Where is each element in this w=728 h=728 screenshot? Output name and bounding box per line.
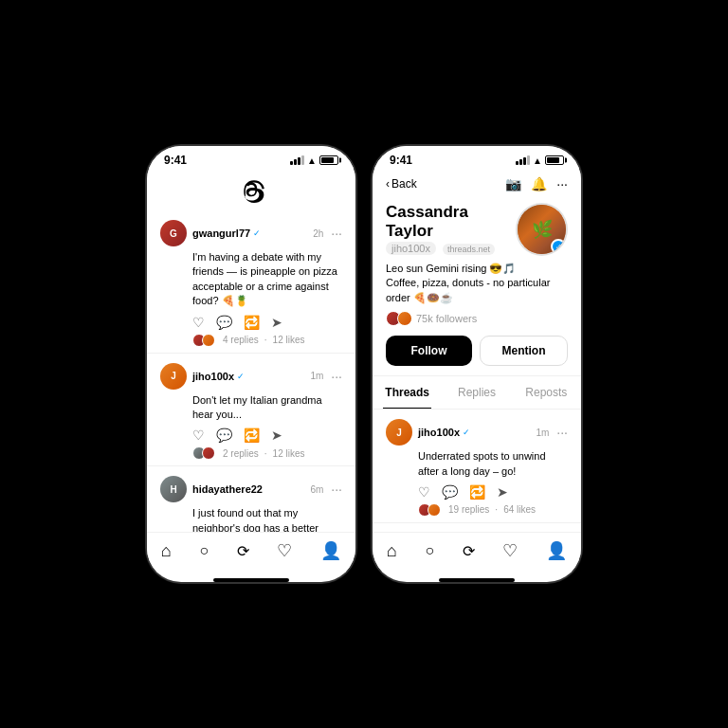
like-button[interactable]: ♡ (192, 315, 205, 330)
post-content: Underrated spots to unwind after a long … (386, 449, 568, 479)
back-button[interactable]: ‹ Back (386, 177, 417, 191)
status-time-2: 9:41 (390, 154, 412, 167)
share-button[interactable]: ➤ (271, 315, 282, 330)
more-button[interactable]: ··· (331, 226, 342, 241)
nav-likes[interactable]: ♡ (277, 540, 292, 561)
share-button[interactable]: ➤ (497, 484, 508, 500)
status-bar-2: 9:41 ▲ (373, 146, 581, 171)
battery-icon (319, 155, 338, 165)
like-count: 12 likes (273, 448, 305, 459)
post-time: 2h (313, 228, 323, 239)
post-time: 6m (310, 484, 323, 495)
follower-count: 75k followers (416, 313, 477, 324)
bio-line-1: Leo sun Gemini rising 😎🎵 (386, 262, 568, 276)
repost-button[interactable]: 🔁 (244, 315, 260, 330)
verified-badge: ✓ (551, 239, 566, 254)
battery-icon (545, 155, 564, 165)
mention-button[interactable]: Mention (480, 336, 568, 366)
like-count: 12 likes (273, 335, 305, 345)
verified-badge: ✓ (237, 372, 245, 381)
post-item: J jiho100x ✓ 1m ··· (373, 410, 581, 523)
signal-icon (290, 155, 304, 165)
username: jiho100x (418, 427, 460, 438)
profile-tabs: Threads Replies Reposts (373, 376, 581, 410)
nav-search[interactable]: ○ (199, 542, 209, 559)
phone-feed: 9:41 ▲ (147, 146, 355, 582)
tab-threads[interactable]: Threads (373, 376, 442, 409)
phone-profile: 9:41 ▲ ‹ Back 📷 � (373, 146, 581, 582)
post-item: J jiho100x ✓ 1m ··· Don't let my Itali (147, 354, 355, 467)
nav-home[interactable]: ⌂ (387, 541, 397, 561)
username: hidayathere22 (192, 483, 263, 495)
avatar: H (160, 476, 187, 502)
comment-button[interactable]: 💬 (216, 315, 232, 330)
more-button[interactable]: ··· (556, 425, 568, 440)
threads-logo (238, 176, 264, 203)
tab-reposts[interactable]: Reposts (512, 376, 581, 409)
profile-avatar: 🌿 ✓ (516, 203, 568, 256)
profile-header-bar: ‹ Back 📷 🔔 ··· (373, 171, 581, 195)
profile-body: Cassandra Taylor jiho100x threads.net 🌿 … (373, 195, 581, 532)
like-button[interactable]: ♡ (418, 484, 430, 500)
status-time-1: 9:41 (164, 154, 187, 167)
home-indicator (439, 578, 515, 582)
avatar: J (386, 419, 412, 446)
signal-icon (516, 155, 530, 165)
bottom-nav: ⌂ ○ ⟳ ♡ 👤 (147, 532, 355, 574)
repost-button[interactable]: 🔁 (469, 484, 485, 500)
like-count: 64 likes (503, 504, 536, 515)
back-label: Back (391, 177, 417, 191)
wifi-icon: ▲ (307, 155, 317, 166)
comment-button[interactable]: 💬 (442, 484, 458, 500)
reply-count: 19 replies (448, 504, 489, 515)
post-content: I'm having a debate with my friends — is… (160, 250, 342, 309)
post-item: G gwangurl77 ✓ 2h ··· I'm having a deb (147, 210, 355, 354)
profile-handle: jiho100x threads.net (386, 243, 516, 254)
instagram-icon[interactable]: 📷 (505, 176, 521, 191)
username: gwangurl77 (192, 228, 250, 239)
handle-text: jiho100x (386, 242, 436, 255)
bell-icon[interactable]: 🔔 (531, 176, 547, 191)
nav-compose[interactable]: ⟳ (237, 542, 249, 560)
nav-home[interactable]: ⌂ (161, 541, 172, 561)
repost-button[interactable]: 🔁 (244, 428, 260, 443)
status-icons-1: ▲ (290, 155, 338, 166)
post-stats: 2 replies · 12 likes (160, 446, 342, 460)
post-item: H hidayathere22 6m ··· I just found out … (147, 466, 355, 532)
tab-replies[interactable]: Replies (442, 376, 511, 409)
post-content: Don't let my Italian grandma hear you... (160, 393, 342, 423)
nav-likes[interactable]: ♡ (502, 540, 518, 561)
nav-profile[interactable]: 👤 (320, 540, 341, 561)
bio-line-2: Coffee, pizza, donuts - no particular or… (386, 276, 568, 305)
reply-count: 4 replies (223, 335, 259, 345)
follow-button[interactable]: Follow (386, 336, 472, 366)
share-button[interactable]: ➤ (271, 428, 282, 443)
status-icons-2: ▲ (516, 155, 564, 166)
nav-compose[interactable]: ⟳ (463, 542, 475, 560)
post-time: 1m (536, 428, 549, 438)
post-content: I just found out that my neighbor's dog … (160, 506, 342, 532)
profile-posts: J jiho100x ✓ 1m ··· (373, 410, 581, 532)
profile-actions: Follow Mention (386, 336, 568, 366)
nav-profile[interactable]: 👤 (546, 540, 567, 561)
wifi-icon: ▲ (533, 155, 542, 166)
post-stats: 4 replies · 12 likes (160, 334, 342, 347)
post-actions: ♡ 💬 🔁 ➤ (160, 315, 342, 330)
more-options-icon[interactable]: ··· (556, 176, 568, 191)
profile-bio: Leo sun Gemini rising 😎🎵 Coffee, pizza, … (386, 262, 568, 305)
more-button[interactable]: ··· (331, 482, 342, 497)
verified-badge: ✓ (253, 228, 261, 238)
more-button[interactable]: ··· (331, 369, 342, 384)
avatar: G (160, 220, 187, 246)
post-stats: 19 replies · 64 likes (386, 503, 568, 517)
nav-search[interactable]: ○ (425, 542, 434, 559)
avatar: J (160, 363, 187, 390)
handle-domain-badge: threads.net (443, 244, 495, 255)
profile-followers: 75k followers (386, 311, 568, 326)
profile-name: Cassandra Taylor (386, 203, 516, 241)
comment-button[interactable]: 💬 (216, 428, 232, 443)
app-header (147, 171, 355, 210)
post-item: J jiho100x ✓ 1m ··· (373, 523, 581, 532)
username: jiho100x (192, 371, 234, 382)
like-button[interactable]: ♡ (192, 428, 205, 443)
